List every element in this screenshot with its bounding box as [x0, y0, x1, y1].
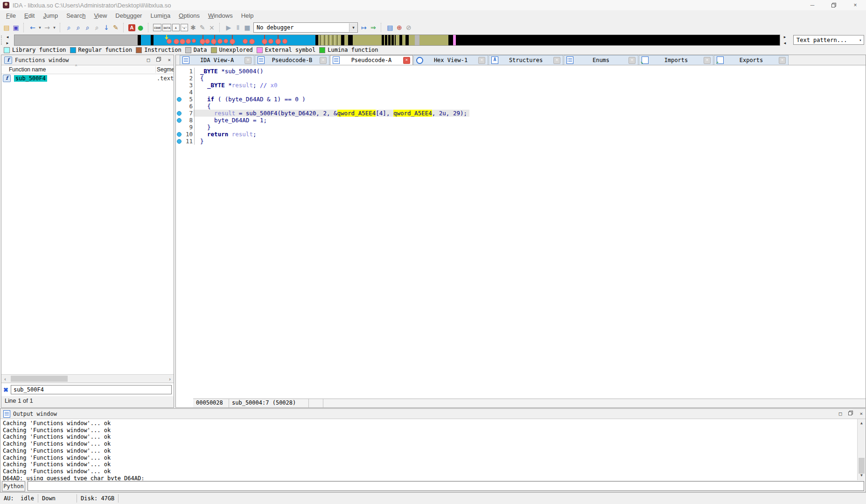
- functions-hscrollbar[interactable]: ‹ ›: [1, 374, 174, 383]
- tab-ida-view-a[interactable]: IDA View-A×: [180, 55, 254, 65]
- menu-options[interactable]: Options: [175, 11, 204, 20]
- make-code-icon[interactable]: CODE: [153, 24, 161, 31]
- close-icon[interactable]: ×: [553, 57, 560, 64]
- start-process-icon[interactable]: ▶: [224, 23, 233, 32]
- breakpoint-gutter[interactable]: [176, 96, 182, 103]
- tab-pseudocode-b[interactable]: Pseudocode-B×: [255, 55, 329, 65]
- functions-filter-input[interactable]: [11, 385, 172, 394]
- close-icon[interactable]: ×: [779, 57, 786, 64]
- stop-process-icon[interactable]: ■: [243, 23, 251, 32]
- output-log[interactable]: ▲ ▼ Caching 'Functions window'... okCach…: [0, 419, 866, 480]
- restore-icon[interactable]: [156, 57, 161, 63]
- output-window-titlebar[interactable]: Output window □ ×: [0, 409, 866, 419]
- add-breakpoint-icon[interactable]: ⊕: [395, 23, 404, 32]
- tab-imports[interactable]: Imports×: [639, 55, 713, 65]
- scroll-right-icon[interactable]: ›: [166, 376, 174, 382]
- close-icon[interactable]: ×: [845, 0, 866, 10]
- vscroll-thumb[interactable]: [859, 458, 865, 474]
- close-icon[interactable]: ×: [629, 57, 636, 64]
- open-file-icon[interactable]: ▤: [2, 23, 11, 32]
- code-line[interactable]: 4: [176, 89, 866, 96]
- menu-windows[interactable]: Windows: [204, 11, 237, 20]
- code-line[interactable]: 11}: [176, 138, 866, 145]
- breakpoint-gutter[interactable]: [176, 124, 182, 131]
- breakpoint-gutter[interactable]: [176, 89, 182, 96]
- tab-hex-view-1[interactable]: Hex View-1×: [413, 55, 488, 65]
- back-dropdown-icon[interactable]: ▾: [38, 23, 42, 32]
- forward-dropdown-icon[interactable]: ▾: [52, 23, 56, 32]
- continue-process-icon[interactable]: ⇒: [369, 23, 377, 32]
- output-vscrollbar[interactable]: ▲ ▼: [857, 419, 866, 480]
- breakpoint-gutter[interactable]: [176, 103, 182, 110]
- scroll-down-icon[interactable]: ▼: [858, 472, 866, 479]
- minimize-icon[interactable]: ─: [802, 0, 823, 10]
- code-line[interactable]: 1_BYTE *sub_50004(): [176, 68, 866, 75]
- close-icon[interactable]: ×: [859, 411, 863, 417]
- close-icon[interactable]: ×: [168, 57, 171, 63]
- scroll-up-icon[interactable]: ▲: [858, 420, 866, 427]
- maximize-icon[interactable]: □: [839, 411, 842, 417]
- jump-address-icon[interactable]: ↓: [102, 23, 111, 32]
- column-segment[interactable]: Segment: [155, 66, 174, 73]
- column-function-name[interactable]: Function name: [1, 66, 155, 73]
- menu-view[interactable]: View: [90, 11, 111, 20]
- code-line[interactable]: 6 {: [176, 103, 866, 110]
- search-immediate-icon[interactable]: ⌕: [84, 23, 92, 32]
- code-line[interactable]: 10 return result;: [176, 131, 866, 138]
- search-text-icon[interactable]: ⌕: [74, 23, 83, 32]
- band-left-icon[interactable]: ◂: [7, 35, 9, 40]
- breakpoint-gutter[interactable]: [176, 131, 182, 138]
- forward-icon[interactable]: →: [43, 23, 51, 32]
- menu-jump[interactable]: Jump: [39, 11, 62, 20]
- menu-lumina[interactable]: Lumina: [146, 11, 175, 20]
- text-pattern-combo[interactable]: Text pattern... ▾: [793, 35, 864, 45]
- make-string-icon[interactable]: 's': [181, 24, 188, 31]
- restore-icon[interactable]: [848, 411, 853, 417]
- delete-breakpoint-icon[interactable]: ⊘: [405, 23, 413, 32]
- restore-icon[interactable]: [823, 0, 845, 10]
- menu-search[interactable]: Search: [62, 11, 90, 20]
- edit-icon[interactable]: ✎: [198, 23, 207, 32]
- breakpoint-gutter[interactable]: [176, 75, 182, 82]
- scroll-left-icon[interactable]: ‹: [1, 376, 9, 382]
- debugger-select[interactable]: No debugger▾: [253, 22, 358, 33]
- band-left-icon2[interactable]: ◂: [784, 41, 786, 46]
- band-scroll-left[interactable]: ◂▸: [4, 35, 11, 46]
- hscroll-thumb[interactable]: [11, 376, 68, 382]
- color-instruction-icon[interactable]: A: [128, 24, 135, 31]
- maximize-icon[interactable]: □: [147, 57, 150, 63]
- search-binary-icon[interactable]: ⌕: [65, 23, 73, 32]
- nav-band[interactable]: [14, 35, 780, 46]
- close-icon[interactable]: ×: [704, 57, 711, 64]
- code-line[interactable]: 5 if ( (byte_D64AD & 1) == 0 ): [176, 96, 866, 103]
- band-right-icon[interactable]: ▸: [7, 41, 9, 46]
- band-scroll-right[interactable]: ▸◂: [781, 35, 789, 46]
- functions-column-header[interactable]: ^ Function name Segment: [1, 65, 174, 74]
- code-line[interactable]: 2{: [176, 75, 866, 82]
- close-icon[interactable]: ×: [244, 57, 251, 64]
- breakpoint-gutter[interactable]: [176, 110, 182, 117]
- menu-edit[interactable]: Edit: [20, 11, 39, 20]
- code-line[interactable]: 9 }: [176, 124, 866, 131]
- code-line[interactable]: 3 _BYTE *result; // x0: [176, 82, 866, 89]
- menu-debugger[interactable]: Debugger: [111, 11, 146, 20]
- breakpoint-gutter[interactable]: [176, 68, 182, 75]
- breakpoint-gutter[interactable]: [176, 82, 182, 89]
- function-row[interactable]: fsub_500F4.text: [1, 74, 174, 82]
- rename-icon[interactable]: ✎: [112, 23, 120, 32]
- breakpoint-gutter[interactable]: [176, 117, 182, 124]
- pause-process-icon[interactable]: Ⅱ: [234, 23, 242, 32]
- menu-file[interactable]: File: [2, 11, 20, 20]
- filter-clear-icon[interactable]: ✖: [3, 386, 8, 393]
- tab-pseudocode-a[interactable]: Pseudocode-A×: [330, 55, 413, 65]
- make-ascii-icon[interactable]: A: [172, 24, 180, 31]
- make-data-icon[interactable]: DATA: [162, 24, 171, 31]
- code-line[interactable]: 8 byte_D64AD = 1;: [176, 117, 866, 124]
- chevron-down-icon[interactable]: ▾: [857, 38, 864, 42]
- pseudocode-view[interactable]: 1_BYTE *sub_50004()2{3 _BYTE *result; //…: [176, 65, 866, 399]
- menu-help[interactable]: Help: [237, 11, 258, 20]
- functions-window-titlebar[interactable]: f Functions window □ ×: [1, 55, 174, 65]
- python-button[interactable]: Python: [2, 481, 25, 491]
- search-again-icon[interactable]: ⌕: [93, 23, 101, 32]
- back-icon[interactable]: ←: [28, 23, 37, 32]
